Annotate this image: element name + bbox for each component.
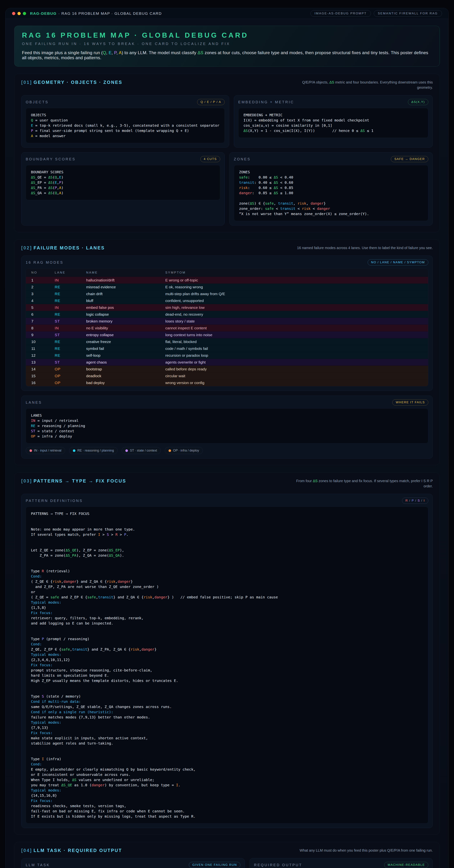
code-token: ΔS <box>31 175 35 180</box>
panel-llm-task-header: LLM TASK GIVEN ONE FAILING RUN <box>26 862 240 868</box>
code-token: , <box>116 579 118 584</box>
panel-boundary-label: BOUNDARY SCORES <box>26 157 76 161</box>
code-token: , <box>274 201 278 206</box>
lane-dot-icon <box>125 450 128 452</box>
code-line: make state explicit in inputs, shorten a… <box>31 736 423 741</box>
code-token: : 0.85 ≤ <box>252 191 273 195</box>
close-button[interactable] <box>12 12 15 15</box>
code-line: fail-fast on bad or missing E, fix infra… <box>31 809 423 814</box>
code-line <box>31 558 423 563</box>
code-token: } and Z_QA ∈ { <box>113 595 144 599</box>
code-token: Cond: <box>31 762 42 766</box>
code-line <box>31 688 423 694</box>
code-token: risk <box>302 207 311 211</box>
section-failure-modes: [02]FAILURE MODES · LANES 16 named failu… <box>14 239 440 465</box>
code-token: ΔS <box>31 180 35 185</box>
code-token: = user question <box>33 118 68 122</box>
minimize-button[interactable] <box>18 12 21 15</box>
code-token: S <box>107 532 109 537</box>
code-token: ( Z_QE ∈ { <box>31 579 53 584</box>
code-token: safe <box>61 647 70 651</box>
code-token: risk <box>297 201 306 206</box>
code-token: ) <box>61 186 64 190</box>
code-token: Q <box>55 191 57 195</box>
code-token: and Z_EP ∈ { <box>59 595 88 599</box>
code-token: : 0.00 ≤ <box>248 175 274 180</box>
table-cell: self-loop <box>86 353 165 358</box>
table-cell: recursion or paradox loop <box>165 353 423 358</box>
code-line <box>31 563 423 568</box>
code-token: IN <box>31 418 35 423</box>
text-token: / <box>414 499 418 502</box>
code-token: LANES <box>31 413 42 417</box>
section-patterns-title: [03]PATTERNS → TYPE → FIX FOCUS <box>21 478 126 484</box>
embedding-code-block: EMBEDDING + METRICI(X) = embedding of te… <box>238 108 428 138</box>
text-token: Feed this image plus a single failing ru… <box>22 50 103 55</box>
code-line: stabilize agent roles and turn-taking. <box>31 741 423 746</box>
code-line <box>31 516 423 522</box>
table-cell: chain drift <box>86 292 165 296</box>
code-token: A <box>59 186 61 190</box>
section-number: [03] <box>21 478 32 484</box>
table-row: 13STagent chaosagents overwrite or fight <box>26 359 428 366</box>
code-token: Typical modes: <box>31 788 61 793</box>
code-token: BOUNDARY SCORES <box>31 170 64 174</box>
code-token: < <box>295 207 302 211</box>
code-line: PATTERNS → TYPE → FIX FOCUS <box>31 511 423 516</box>
code-token: < <box>311 207 317 211</box>
code-token: risk <box>143 595 152 599</box>
table-cell: OP <box>55 374 86 378</box>
hero-lead-text: Feed this image plus a single failing ru… <box>22 50 432 60</box>
table-cell: wrong version or config <box>165 381 423 385</box>
patterns-code-block: PATTERNS → TYPE → FIX FOCUS Note: one mo… <box>26 507 428 824</box>
code-line: Let Z_QE = zone(ΔS_QE), Z_EP = zone(ΔS_E… <box>31 548 423 553</box>
code-token: ), Z_QA = zone( <box>76 553 109 558</box>
titlebar-badge-prompt: IMAGE-AS-DEBUG PROMPT <box>311 10 371 17</box>
code-line: or E inconsistent or unobservable across… <box>31 772 423 777</box>
code-token: or <box>31 590 35 594</box>
table-row: 3REchain driftmulti-step plan drifts awa… <box>26 290 428 297</box>
code-line: Cond: <box>31 574 423 579</box>
panel-objects: OBJECTS Q / E / P / A OBJECTSQ = user qu… <box>21 95 229 148</box>
lane-legend-chip: RE · reasoning / planning <box>69 447 118 454</box>
window-controls <box>12 12 26 15</box>
section-geometry-title: [01]GEOMETRY · OBJECTS · ZONES <box>21 80 123 85</box>
code-token: Fix focus: <box>31 663 53 667</box>
code-token: or E inconsistent or unobservable across… <box>31 772 131 777</box>
code-token: Cond if multi-run data: <box>31 700 81 704</box>
code-token: ΔS_QE <box>66 548 76 552</box>
code-token: RE <box>31 424 35 428</box>
code-line: OP = infra / deploy <box>31 434 423 439</box>
table-cell: 9 <box>31 333 55 337</box>
code-token: failure matches modes {7,9,13} better th… <box>31 715 150 719</box>
code-line: OBJECTS <box>31 113 220 118</box>
panel-required-output: REQUIRED OUTPUT MACHINE-READABLE REQUIRE… <box>250 858 433 868</box>
code-token: ΔS_EP <box>109 548 120 552</box>
table-cell: RE <box>55 312 86 316</box>
code-line: When Type I holds, ΔS values are undefin… <box>31 777 423 782</box>
code-line <box>239 196 423 201</box>
code-line: Typical modes: <box>31 788 423 793</box>
code-line: {14,15,16,8} <box>31 793 423 798</box>
code-line: Cond if only a single run (heuristic): <box>31 709 423 715</box>
code-token: Cond: <box>31 574 42 579</box>
table-cell: IN <box>55 278 86 282</box>
code-token: = final user-side prompt string sent to … <box>33 128 189 133</box>
code-token: , <box>57 180 59 185</box>
panel-zones-badge: SAFE → DANGER <box>391 156 428 162</box>
code-token: A <box>59 191 61 195</box>
code-line: EMBEDDING + METRIC <box>244 113 423 118</box>
panel-zones: ZONES SAFE → DANGER ZONESsafe: 0.00 ≤ ΔS… <box>229 152 433 225</box>
code-token: risk <box>107 579 115 584</box>
table-row: 5INembed false possim high, relevance lo… <box>26 304 428 311</box>
code-token: ΔS <box>274 191 278 195</box>
table-header-row: NOLANENAMESYMPTOM <box>26 269 428 277</box>
code-token: Let Z_QE = zone( <box>31 548 66 552</box>
section-patterns: [03]PATTERNS → TYPE → FIX FOCUS From fou… <box>14 472 440 835</box>
table-cell: OP <box>55 381 86 385</box>
code-token: ΔS <box>244 128 248 133</box>
panel-lanes-badge: WHERE IT FAILS <box>392 399 428 405</box>
code-line: Type S (state / memory) <box>31 694 423 699</box>
maximize-button[interactable] <box>23 12 26 15</box>
code-token: {14,15,16,8} <box>31 793 57 798</box>
